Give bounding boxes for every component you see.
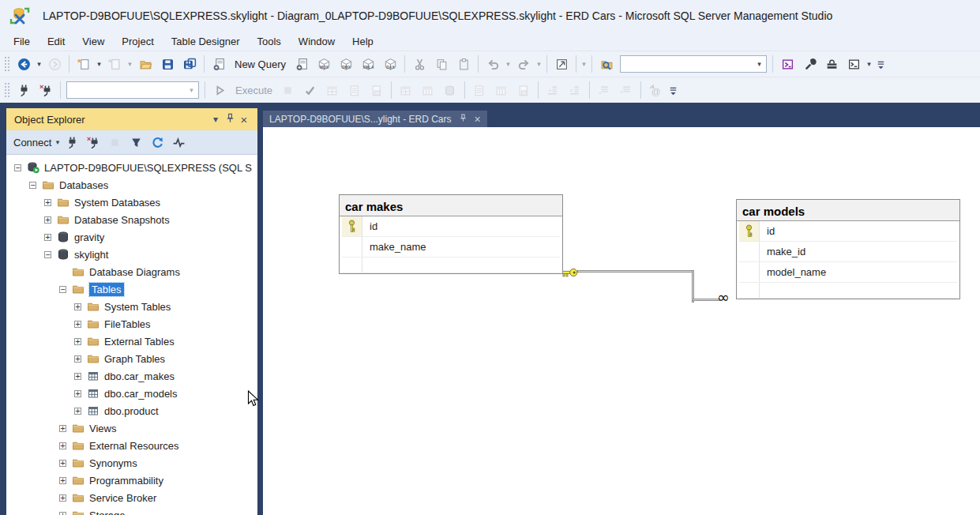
tab-pin-icon[interactable]: [458, 113, 468, 126]
search-combobox-dropdown-icon[interactable]: ▾: [755, 60, 764, 68]
add-item-dropdown[interactable]: ▾: [126, 60, 134, 68]
stop-button[interactable]: [104, 133, 126, 152]
erd-column-row[interactable]: id: [342, 216, 560, 237]
tree-item-system-databases[interactable]: +System Databases: [6, 194, 257, 211]
expand-icon[interactable]: +: [59, 460, 66, 467]
tree-item-system-tables[interactable]: +System Tables: [6, 298, 257, 315]
erd-table-title[interactable]: car makes: [340, 195, 562, 216]
relationship-line-segment[interactable]: [692, 270, 694, 303]
tree-item-storage[interactable]: +Storage: [6, 506, 257, 515]
filter-button[interactable]: [126, 133, 147, 152]
command-window-button[interactable]: [843, 54, 865, 74]
standard-toolbar-overflow[interactable]: [873, 54, 888, 74]
menu-view[interactable]: View: [73, 33, 113, 50]
execute-button[interactable]: [208, 80, 231, 100]
save-all-button[interactable]: [178, 54, 201, 74]
relationship-line-segment[interactable]: [577, 270, 693, 273]
analysis-services-dax-query-button[interactable]: DAX: [379, 54, 401, 74]
available-databases-combobox[interactable]: ▾: [66, 81, 199, 99]
menu-edit[interactable]: Edit: [39, 33, 73, 50]
connect-plug-button[interactable]: [62, 133, 83, 152]
expand-icon[interactable]: +: [74, 390, 81, 397]
tree-item-database-diagrams[interactable]: −Database Diagrams: [6, 263, 257, 280]
erd-table-title[interactable]: car models: [737, 200, 959, 221]
expand-icon[interactable]: +: [44, 216, 51, 224]
disconnect-plug-button[interactable]: ×: [83, 133, 104, 152]
uncomment-selection-button[interactable]: *: [615, 80, 637, 100]
pin-icon[interactable]: [223, 112, 237, 126]
diagram-canvas[interactable]: ∞ car makes idmake_namecar models idmake…: [263, 127, 980, 515]
specify-template-values-button[interactable]: @: [644, 80, 666, 100]
expand-icon[interactable]: +: [44, 199, 51, 206]
sql-server-object-explorer-button[interactable]: [776, 54, 798, 74]
window-position-dropdown-icon[interactable]: ▾: [208, 114, 223, 125]
tree-item-dbo-car-makes[interactable]: +dbo.car_makes: [6, 367, 257, 385]
tree-item-programmability[interactable]: +Programmability: [6, 472, 257, 489]
query-options-button[interactable]: [344, 80, 366, 100]
expand-icon[interactable]: +: [44, 234, 51, 241]
tree-item-synonyms[interactable]: +Synonyms: [6, 454, 257, 472]
expand-icon[interactable]: +: [74, 408, 81, 415]
query-toolbar-overflow[interactable]: [666, 80, 681, 100]
expand-icon[interactable]: +: [74, 373, 81, 380]
disconnect-query-button[interactable]: ×: [35, 80, 57, 100]
results-to-text-button[interactable]: [468, 80, 490, 100]
menu-file[interactable]: File: [5, 33, 39, 50]
include-client-statistics-button[interactable]: [417, 80, 439, 100]
tree-item-database-snapshots[interactable]: +Database Snapshots: [6, 211, 257, 228]
collapse-icon[interactable]: −: [14, 164, 21, 171]
command-window-dropdown[interactable]: ▾: [865, 60, 873, 68]
back-button[interactable]: [13, 54, 35, 74]
tree-item-gravity[interactable]: +gravity: [6, 228, 257, 246]
tree-item-skylight[interactable]: −skylight: [6, 246, 257, 263]
tree-item-laptop-d9bofuue-sqlexpress-sql-s[interactable]: −LAPTOP-D9BOFUUE\SQLEXPRESS (SQL S: [6, 159, 257, 176]
extra-dropdown[interactable]: ▾: [580, 60, 588, 68]
tree-item-dbo-product[interactable]: +dbo.product: [6, 402, 257, 419]
menu-help[interactable]: Help: [344, 33, 382, 50]
refresh-button[interactable]: [147, 133, 168, 152]
execute-label[interactable]: Execute: [231, 85, 277, 96]
tab-close-icon[interactable]: ×: [475, 114, 481, 125]
activity-monitor-button[interactable]: [168, 133, 190, 152]
toolbar-grip[interactable]: [4, 56, 10, 72]
undo-dropdown[interactable]: ▾: [504, 60, 513, 68]
tree-item-databases[interactable]: −Databases: [6, 176, 257, 194]
menu-window[interactable]: Window: [290, 33, 344, 50]
open-file-button[interactable]: [134, 54, 156, 74]
relationship-line-segment[interactable]: [692, 299, 720, 301]
display-estimated-plan-button[interactable]: [321, 80, 344, 100]
results-to-file-button[interactable]: [513, 80, 535, 100]
tree-item-dbo-car-models[interactable]: +dbo.car_models: [6, 385, 257, 402]
expand-icon[interactable]: +: [74, 338, 81, 345]
analysis-services-dmx-query-button[interactable]: DMX: [335, 54, 357, 74]
database-engine-query-button[interactable]: [291, 54, 313, 74]
erd-table-car-makes[interactable]: car makes idmake_name: [339, 194, 563, 274]
cut-button[interactable]: [408, 54, 430, 74]
increase-indent-button[interactable]: [564, 80, 586, 100]
analysis-services-xmla-query-button[interactable]: XMLA: [357, 54, 379, 74]
expand-icon[interactable]: +: [59, 442, 66, 449]
expand-icon[interactable]: +: [74, 303, 81, 310]
erd-table-car-models[interactable]: car models idmake_idmodel_name: [736, 199, 960, 299]
tab-erd-cars[interactable]: LAPTOP-D9BOFUUE\S...ylight - ERD Cars ×: [263, 111, 487, 127]
available-databases-combobox-dropdown-icon[interactable]: ▾: [187, 86, 196, 94]
erd-empty-row[interactable]: [342, 258, 560, 273]
tree-item-external-tables[interactable]: +External Tables: [6, 333, 257, 350]
decrease-indent-button[interactable]: [542, 80, 564, 100]
cancel-query-button[interactable]: [277, 80, 299, 100]
menu-project[interactable]: Project: [113, 33, 162, 50]
connect-dropdown-icon[interactable]: ▾: [53, 138, 62, 146]
add-item-button[interactable]: *: [103, 54, 126, 74]
close-icon[interactable]: ×: [237, 113, 251, 126]
forward-button[interactable]: [43, 54, 66, 74]
search-combobox[interactable]: ▾: [620, 55, 767, 73]
include-actual-plan-button[interactable]: [395, 80, 417, 100]
new-query-label[interactable]: New Query: [230, 58, 291, 70]
copy-button[interactable]: [430, 54, 452, 74]
connect-button[interactable]: Connect: [13, 137, 51, 148]
tree-item-filetables[interactable]: +FileTables: [6, 315, 257, 333]
object-explorer-header[interactable]: Object Explorer ▾ ×: [6, 108, 257, 130]
tree-item-tables[interactable]: −Tables: [6, 280, 257, 298]
expand-icon[interactable]: +: [59, 477, 66, 484]
tree-item-views[interactable]: +Views: [6, 419, 257, 437]
